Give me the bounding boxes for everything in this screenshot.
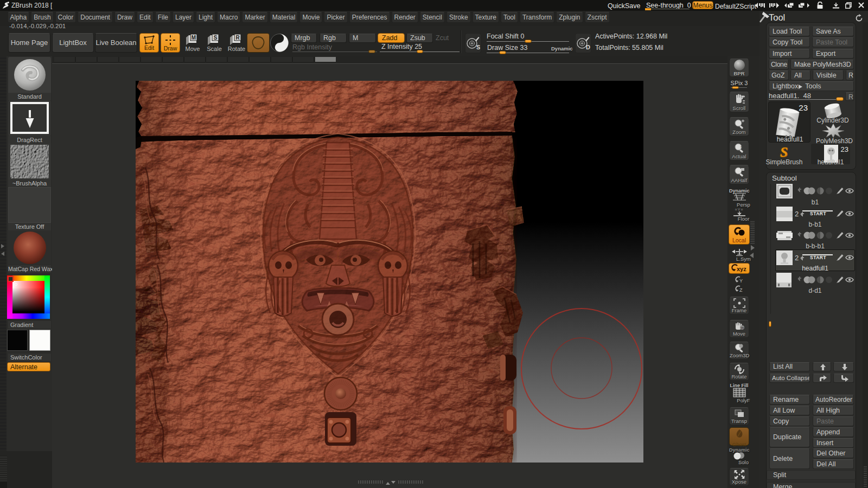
svg-text:D: D: [586, 44, 590, 50]
svg-text:R: R: [235, 35, 240, 41]
svg-text:M: M: [192, 35, 196, 41]
svg-text:START: START: [810, 211, 827, 216]
svg-text:x1: x1: [741, 145, 744, 148]
svg-text:START: START: [810, 255, 827, 260]
svg-text:xyz: xyz: [737, 266, 746, 272]
svg-text:Y: Y: [739, 278, 743, 284]
svg-text:2: 2: [795, 210, 799, 218]
svg-text:Z: Z: [739, 287, 743, 293]
svg-text:2: 2: [795, 254, 799, 262]
svg-text:S: S: [476, 44, 480, 50]
svg-text:m: m: [741, 326, 743, 330]
svg-text:S: S: [214, 35, 218, 41]
